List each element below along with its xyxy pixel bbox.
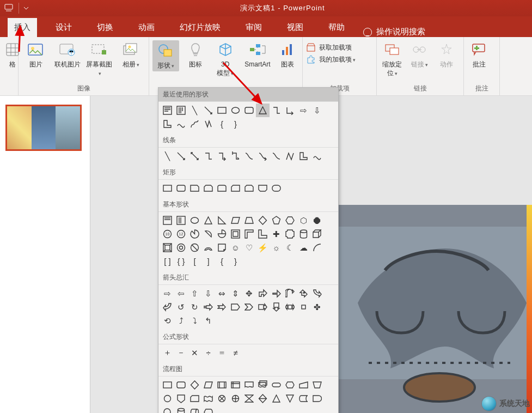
shape-ar-right[interactable]: ⇨ bbox=[161, 287, 174, 300]
shape-rect9[interactable] bbox=[270, 181, 283, 195]
tab-design[interactable]: 设计 bbox=[49, 18, 78, 37]
shape-b-rtriangle[interactable] bbox=[215, 214, 229, 227]
shape-fc-document[interactable] bbox=[242, 378, 256, 392]
shape-fc-junction[interactable] bbox=[215, 392, 229, 405]
shape-ar-curved-d[interactable]: ↻ bbox=[188, 300, 201, 314]
shape-fc-process[interactable] bbox=[161, 378, 174, 392]
shape-b-sun[interactable]: ☼ bbox=[270, 241, 283, 254]
shape-fc-manual-op[interactable] bbox=[310, 378, 324, 392]
shape-ar-bentup[interactable] bbox=[270, 287, 283, 300]
shape-ar-chevron[interactable] bbox=[242, 300, 256, 314]
shape-fc-decision[interactable] bbox=[188, 378, 201, 392]
shape-brace-left[interactable]: { bbox=[215, 117, 229, 131]
shape-b-cloud[interactable]: ☁ bbox=[297, 241, 310, 254]
shape-rect8[interactable] bbox=[256, 181, 270, 195]
zoom-button[interactable]: 缩放定位 bbox=[380, 40, 404, 77]
shape-b-arc[interactable] bbox=[310, 241, 324, 254]
shape-rect1[interactable] bbox=[161, 181, 174, 195]
smartart-button[interactable]: SmartArt bbox=[242, 40, 273, 69]
shape-b2[interactable] bbox=[174, 214, 188, 227]
shape-b-plaque[interactable] bbox=[283, 227, 297, 241]
shape-brace-right[interactable]: } bbox=[229, 117, 242, 131]
shape-eq-notequal[interactable]: ≠ bbox=[229, 346, 242, 360]
shape-b-nosymbol[interactable] bbox=[188, 241, 201, 254]
shape-b-heart[interactable]: ♡ bbox=[242, 241, 256, 254]
shape-b-teardrop[interactable] bbox=[215, 227, 229, 241]
shape-b-oval[interactable] bbox=[188, 214, 201, 227]
shape-ar-callout-ud[interactable] bbox=[297, 300, 310, 314]
shape-b-bracket[interactable]: [ ] bbox=[161, 254, 174, 268]
shape-scribble[interactable] bbox=[201, 117, 215, 131]
shape-line-arrow[interactable] bbox=[174, 149, 188, 163]
shape-fc-stored[interactable] bbox=[297, 392, 310, 405]
shape-fc-extract[interactable] bbox=[270, 392, 283, 405]
shape-ar-up[interactable]: ⇧ bbox=[188, 287, 201, 300]
shape-ar-curved-u[interactable]: ↺ bbox=[174, 300, 188, 314]
shape-ar-down[interactable]: ⇩ bbox=[201, 287, 215, 300]
shape-freeform2[interactable] bbox=[283, 149, 297, 163]
shape-b-hexagon[interactable] bbox=[283, 214, 297, 227]
my-addins-button[interactable]: 我的加载项 bbox=[306, 54, 373, 64]
shape-fc-sort[interactable] bbox=[256, 392, 270, 405]
shape-fc-tape[interactable] bbox=[201, 392, 215, 405]
icons-button[interactable]: 图标 bbox=[182, 40, 209, 69]
shape-rectangle[interactable] bbox=[215, 104, 229, 117]
shape-rect6[interactable] bbox=[229, 181, 242, 195]
shape-rect7[interactable] bbox=[242, 181, 256, 195]
shape-b-smiley[interactable]: ☺ bbox=[229, 241, 242, 254]
shape-ar-more3[interactable]: ↰ bbox=[201, 314, 215, 327]
shape-ar-callout-quad[interactable]: ✤ bbox=[310, 300, 324, 314]
shape-rect3[interactable] bbox=[188, 181, 201, 195]
shape-b-dodecagon[interactable]: 12 bbox=[174, 227, 188, 241]
shape-b-cube[interactable] bbox=[310, 227, 324, 241]
shape-fc-prep[interactable] bbox=[283, 378, 297, 392]
shape-arrow-line[interactable] bbox=[201, 104, 215, 117]
shape-b-lightning[interactable]: ⚡ bbox=[256, 241, 270, 254]
shape-fc-or[interactable] bbox=[229, 392, 242, 405]
shape-fc-multidoc[interactable] bbox=[256, 378, 270, 392]
shape-fc-merge[interactable] bbox=[283, 392, 297, 405]
shape-b-triangle[interactable] bbox=[201, 214, 215, 227]
shape-b-pie[interactable] bbox=[188, 227, 201, 241]
tab-slideshow[interactable]: 幻灯片放映 bbox=[173, 18, 227, 37]
shape-elbow[interactable] bbox=[201, 149, 215, 163]
tab-insert[interactable]: 插入 bbox=[8, 18, 37, 37]
shape-ar-ud[interactable]: ⇕ bbox=[229, 287, 242, 300]
shape-b-pentagon[interactable] bbox=[270, 214, 283, 227]
shape-arrow-right[interactable]: ⇨ bbox=[297, 104, 310, 117]
shape-fc-internal[interactable] bbox=[229, 378, 242, 392]
online-picture-button[interactable]: 联机图片 bbox=[53, 40, 82, 69]
shape-fc-direct[interactable] bbox=[188, 405, 201, 413]
shape-fc-display[interactable] bbox=[201, 405, 215, 413]
picture-button[interactable]: 图片 bbox=[22, 40, 50, 69]
shape-fc-connector[interactable] bbox=[161, 392, 174, 405]
shape-b-donut[interactable] bbox=[174, 241, 188, 254]
shape-oval[interactable] bbox=[229, 104, 242, 117]
shape-ar-curved-l[interactable] bbox=[161, 300, 174, 314]
shape-triangle[interactable] bbox=[256, 104, 270, 117]
action-button[interactable]: 动作 bbox=[435, 40, 458, 69]
shape-ar-quad[interactable]: ✥ bbox=[242, 287, 256, 300]
shape-eq-multiply[interactable]: ✕ bbox=[188, 346, 201, 360]
shape-b-cross[interactable]: ✚ bbox=[270, 227, 283, 241]
shape-b-brace[interactable]: { } bbox=[174, 254, 188, 268]
shape-ar-callout-d[interactable] bbox=[270, 300, 283, 314]
shape-b-chord[interactable] bbox=[201, 227, 215, 241]
shape-fc-data[interactable] bbox=[201, 378, 215, 392]
shapes-button[interactable]: 形状 bbox=[152, 40, 179, 71]
qat-dropdown-icon[interactable] bbox=[23, 5, 29, 11]
tab-transition[interactable]: 切换 bbox=[90, 18, 120, 37]
shape-ar-pentagon[interactable] bbox=[229, 300, 242, 314]
shape-ar-striped[interactable] bbox=[201, 300, 215, 314]
shape-elbow-arrow[interactable] bbox=[215, 149, 229, 163]
shape-b-folded[interactable] bbox=[215, 241, 229, 254]
shape-fc-seq[interactable] bbox=[161, 405, 174, 413]
tab-animation[interactable]: 动画 bbox=[132, 18, 161, 37]
comment-button[interactable]: 批注 bbox=[467, 40, 491, 69]
shape-b-heptagon[interactable]: ⬡ bbox=[297, 214, 310, 227]
shape-b-octagon[interactable]: ⯃ bbox=[310, 214, 324, 227]
shape-rect4[interactable] bbox=[201, 181, 215, 195]
shape-fc-delay[interactable] bbox=[310, 392, 324, 405]
shape-fc-offpage[interactable] bbox=[174, 392, 188, 405]
shape-b-blockarc[interactable] bbox=[201, 241, 215, 254]
